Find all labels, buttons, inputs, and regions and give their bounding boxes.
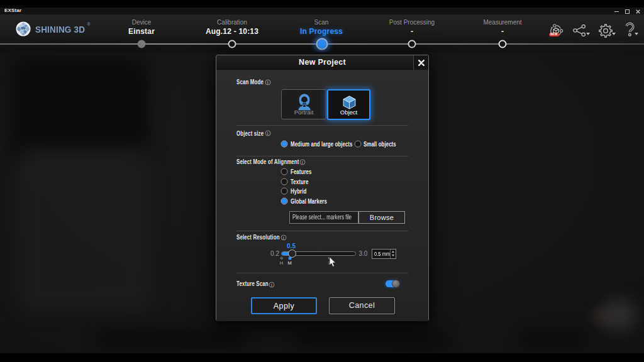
step-post-processing-value: - [371,26,453,36]
object-size-info-icon[interactable]: i [265,131,270,136]
progress-dot-calibration[interactable] [228,40,236,48]
step-measurement[interactable]: Measurement - [462,19,543,36]
step-measurement-label: Measurement [462,19,543,26]
settings-gear-icon[interactable] [599,24,613,38]
object-size-label: Object size [236,129,264,137]
resolution-info-icon[interactable]: i [280,235,286,241]
radio-features[interactable] [281,168,288,175]
separator [236,125,408,126]
portrait-icon [297,93,312,111]
radio-global-markers[interactable] [281,197,288,204]
separator [236,156,408,156]
step-device-value: Einstar [101,26,182,36]
browse-button[interactable]: Browse [358,211,405,224]
texture-scan-info-icon[interactable]: i [269,282,274,288]
brand-registered-mark: ® [87,22,91,26]
step-post-processing[interactable]: Post Processing - [371,19,453,36]
help-dropdown-caret[interactable] [635,33,638,35]
blurred-bottom-shape-2 [296,331,450,351]
scan-mode-label: Scan Mode [236,78,264,85]
blurred-left-panel-shape [19,146,151,311]
step-scan[interactable]: Scan In Progress [280,19,362,36]
texture-scan-label: Texture Scan [236,280,269,287]
scan-mode-portrait-button[interactable]: Portrait [281,89,326,119]
window-title: EXStar [4,8,21,13]
progress-dot-scan[interactable] [316,38,328,50]
slider-current-value: 0.5 [287,243,296,250]
minimize-button[interactable] [614,11,619,13]
slider-min-label: 0.2 [262,250,279,257]
apply-button[interactable]: Apply [251,297,317,314]
window-titlebar: EXStar [0,8,644,14]
step-post-processing-label: Post Processing [371,19,453,26]
radio-hybrid[interactable] [281,188,288,195]
step-calibration-label: Calibration [191,19,273,26]
step-scan-value: In Progress [280,26,362,36]
portrait-label: Portrait [282,109,326,116]
scan-mode-object-button[interactable]: Object [327,89,370,120]
progress-dot-device[interactable] [138,40,146,48]
step-calibration-value: Aug.12 - 10:13 [191,26,273,36]
shining3d-logo-icon [16,21,31,36]
close-window-button[interactable] [636,9,640,14]
radio-hybrid-label[interactable]: Hybrid [291,187,306,195]
spin-arrows [390,250,396,258]
mouse-cursor [329,256,336,268]
step-device-label: Device [101,19,182,26]
alignment-info-icon[interactable]: i [299,159,305,165]
tick-label-m: M [287,260,291,265]
blurred-bottom-shape-3 [521,329,584,349]
radio-texture[interactable] [281,178,288,185]
step-scan-label: Scan [280,19,362,26]
dialog-close-button[interactable] [413,55,428,70]
slider-max-label: 3.0 [359,250,368,257]
scan-mode-info-icon[interactable]: i [265,80,270,85]
blurred-right-orange-shape [591,310,613,324]
alignment-label: Select Mode of Alignment [236,158,299,165]
separator [236,231,408,231]
new-project-dialog: New Project Scan Mode i Portrait [216,55,429,321]
share-icon[interactable] [573,25,586,36]
spin-up-icon[interactable] [392,251,394,253]
bottom-black-bar [0,353,644,362]
step-calibration[interactable]: Calibration Aug.12 - 10:13 [191,19,273,36]
radio-features-label[interactable]: Features [291,168,311,175]
blurred-bottom-shape-1 [94,329,245,350]
application-window: EXStar SHINING 3D ® Device [0,0,644,362]
separator [236,273,408,273]
radio-global-markers-label[interactable]: Global Markers [291,197,327,205]
spin-down-icon[interactable] [392,255,394,256]
radio-texture-label[interactable]: Texture [291,178,308,185]
radio-small-objects-label[interactable]: Small objects [364,140,396,148]
resolution-spinbox[interactable]: 0.5 mm [372,249,396,259]
resolution-label: Select Resolution [236,233,280,241]
settings-dropdown-caret[interactable] [612,33,616,35]
radio-medium-large-objects-label[interactable]: Medium and large objects [291,140,353,148]
top-black-strip [0,0,644,8]
object-label: Object [328,109,369,116]
help-question-icon[interactable] [625,22,635,36]
radio-medium-large-objects[interactable] [281,140,288,147]
step-measurement-value: - [462,26,543,36]
radio-small-objects[interactable] [355,140,362,147]
maximize-button[interactable] [625,9,630,14]
step-device[interactable]: Device Einstar [101,19,182,36]
brand-name: SHINING 3D [35,24,85,35]
dialog-title: New Project [216,58,428,67]
tick-label-h: H [280,260,283,265]
close-x-icon [418,60,425,66]
markers-file-text: Please select... markers file [292,212,352,223]
cancel-button[interactable]: Cancel [329,297,395,314]
texture-scan-toggle[interactable] [386,280,399,288]
toggle-knob [392,280,401,288]
new-badge: NEW [549,33,560,37]
share-dropdown-caret[interactable] [586,33,590,35]
progress-dot-measurement[interactable] [499,40,507,48]
markers-file-input[interactable]: Please select... markers file [289,211,358,224]
progress-dot-post-processing[interactable] [408,40,416,48]
